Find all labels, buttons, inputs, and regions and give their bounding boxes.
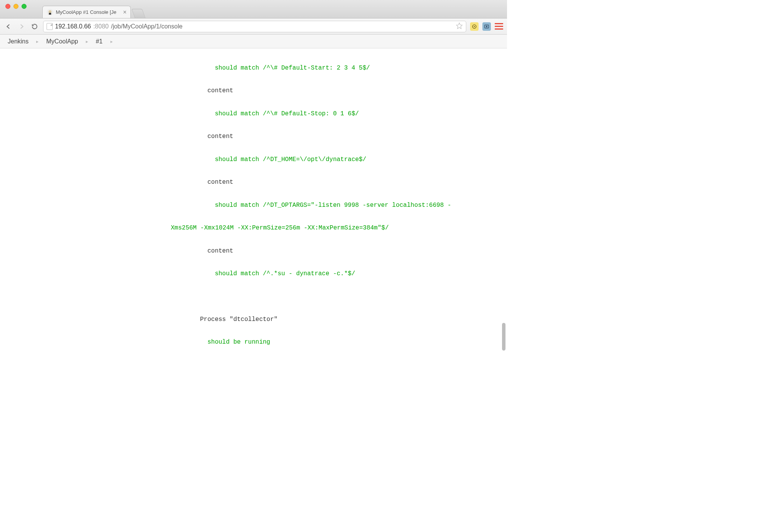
- url-host: 192.168.0.66: [55, 23, 91, 30]
- tab-close-icon[interactable]: ×: [123, 9, 127, 16]
- url-port: :8080: [93, 23, 108, 30]
- extension-1-icon[interactable]: [470, 22, 479, 31]
- svg-point-6: [486, 26, 487, 27]
- chevron-right-icon: ▸: [110, 39, 113, 44]
- page-icon: [47, 23, 53, 30]
- console-line: should match /^.*su - dynatrace -c.*$/: [0, 270, 507, 278]
- bookmark-star-icon[interactable]: [456, 22, 463, 31]
- jenkins-favicon-icon: [47, 9, 53, 16]
- breadcrumb: Jenkins ▸ MyCoolApp ▸ #1 ▸: [0, 35, 507, 48]
- console-line: should match /^DT_OPTARGS="-listen 9998 …: [0, 202, 507, 209]
- console-line: should be running: [0, 339, 507, 346]
- scrollbar-thumb[interactable]: [502, 323, 505, 351]
- new-tab-button[interactable]: [132, 9, 146, 18]
- console-line: content: [0, 87, 507, 95]
- console-line: should match /^DT_HOME=\/opt\/dynatrace$…: [0, 156, 507, 164]
- breadcrumb-jenkins[interactable]: Jenkins: [8, 38, 28, 45]
- console-line: content: [0, 179, 507, 186]
- console-line: [0, 293, 507, 301]
- browser-tab-title: MyCoolApp #1 Console [Je: [56, 9, 121, 15]
- console-line: Process "dtcollector": [0, 316, 507, 324]
- scrollbar[interactable]: [502, 50, 505, 351]
- reload-button[interactable]: [30, 22, 39, 31]
- console-line: should match /^\# Default-Stop: 0 1 6$/: [0, 110, 507, 118]
- svg-marker-2: [457, 23, 462, 28]
- back-button[interactable]: [4, 22, 13, 31]
- window-controls: [0, 0, 27, 9]
- breadcrumb-job[interactable]: MyCoolApp: [46, 38, 78, 45]
- chevron-right-icon: ▸: [86, 39, 88, 44]
- address-bar[interactable]: 192.168.0.66:8080/job/MyCoolApp/1/consol…: [43, 21, 466, 32]
- window-zoom-icon[interactable]: [22, 4, 27, 9]
- extension-2-icon[interactable]: [482, 22, 491, 31]
- browser-tab-active[interactable]: MyCoolApp #1 Console [Je ×: [42, 6, 131, 18]
- breadcrumb-build[interactable]: #1: [96, 38, 103, 45]
- svg-point-0: [48, 10, 52, 13]
- window-titlebar: MyCoolApp #1 Console [Je ×: [0, 0, 507, 18]
- svg-rect-1: [49, 13, 51, 15]
- console-line: Xms256M -Xmx1024M -XX:PermSize=256m -XX:…: [0, 224, 507, 232]
- browser-toolbar: 192.168.0.66:8080/job/MyCoolApp/1/consol…: [0, 18, 507, 35]
- window-close-icon[interactable]: [5, 4, 10, 9]
- console-line: content: [0, 133, 507, 141]
- url-path: /job/MyCoolApp/1/console: [111, 23, 182, 30]
- console-output: should match /^\# Default-Start: 2 3 4 5…: [0, 48, 507, 353]
- window-minimize-icon[interactable]: [13, 4, 18, 9]
- svg-point-4: [474, 26, 475, 27]
- chrome-menu-icon[interactable]: [495, 22, 503, 31]
- browser-tabs: MyCoolApp #1 Console [Je ×: [42, 6, 144, 18]
- console-line: should match /^\# Default-Start: 2 3 4 5…: [0, 65, 507, 72]
- chevron-right-icon: ▸: [36, 39, 38, 44]
- console-line: content: [0, 248, 507, 255]
- forward-button[interactable]: [17, 22, 26, 31]
